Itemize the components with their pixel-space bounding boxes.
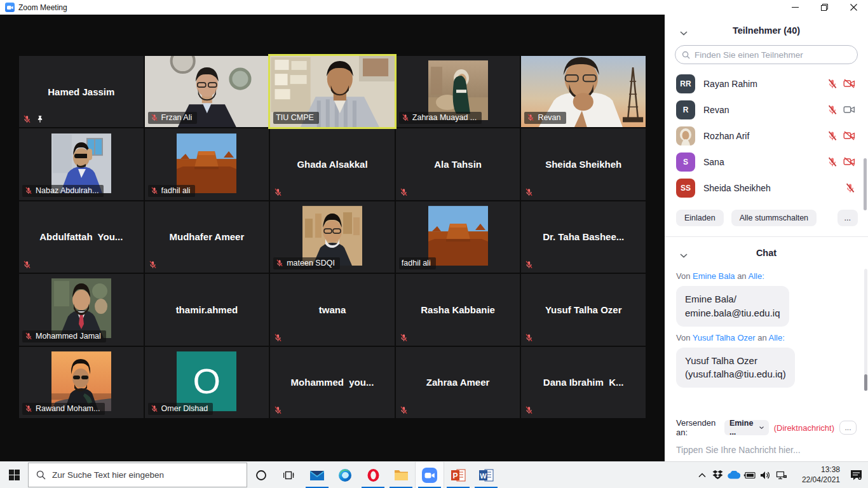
participant-name: Rayan Rahim: [703, 79, 819, 89]
powerpoint-app-icon[interactable]: P: [444, 462, 472, 488]
recipient-dropdown[interactable]: Emine ...: [724, 420, 769, 435]
video-tile[interactable]: Hamed Jassim: [19, 56, 144, 127]
chat-scrollbar-thumb[interactable]: [864, 374, 867, 391]
minimize-button[interactable]: [780, 0, 810, 15]
avatar: [51, 279, 111, 339]
video-tile[interactable]: thamir.ahmed: [145, 274, 269, 345]
zoom-app-icon: [5, 3, 15, 12]
video-tile[interactable]: Dr. Taha Bashee...: [521, 201, 646, 273]
participant-name: Ghada Alsakkal: [270, 128, 395, 200]
opera-app-icon[interactable]: [359, 462, 387, 488]
tile-status-icons: [23, 115, 44, 123]
network-icon[interactable]: [773, 462, 789, 488]
video-tile[interactable]: Abdulfattah You...: [19, 201, 144, 273]
tile-status-icons: [525, 406, 533, 414]
video-tile[interactable]: TIU CMPE: [270, 56, 395, 127]
camera-off-icon: [843, 131, 855, 140]
invite-button[interactable]: Einladen: [676, 210, 724, 226]
video-tile[interactable]: twana: [270, 274, 395, 345]
chat-message: Von Emine Bala an Alle:Emine Bala/emine.…: [676, 271, 857, 327]
name-label: Mohammed Jamal: [22, 330, 106, 342]
muted-mic-icon: [527, 114, 534, 121]
participant-row[interactable]: RRevan: [665, 97, 868, 123]
tile-status-icons: [274, 406, 282, 414]
muted-mic-icon: [525, 406, 533, 414]
video-tile[interactable]: OOmer Dlshad: [145, 347, 269, 418]
muted-mic-icon: [151, 405, 158, 412]
video-tile[interactable]: Zahraa Muayad ...: [396, 56, 520, 127]
battery-icon: [742, 462, 757, 488]
muted-mic-icon: [23, 115, 31, 123]
restore-button[interactable]: [810, 0, 839, 15]
window-titlebar: Zoom Meeting: [0, 0, 868, 15]
tray-chevron-up-icon[interactable]: [694, 462, 710, 488]
name-label: Rawand Moham...: [22, 403, 105, 415]
video-tile[interactable]: Revan: [521, 56, 646, 127]
video-tile[interactable]: fadhil ali: [145, 128, 269, 200]
clock-time: 13:38: [793, 465, 840, 475]
participant-name: Dana Ibrahim K...: [521, 347, 646, 418]
clock-date: 22/04/2021: [793, 475, 840, 485]
participant-status-icons: [827, 79, 855, 89]
chevron-down-icon[interactable]: [680, 249, 688, 261]
video-tile[interactable]: Rasha Kabbanie: [396, 274, 520, 345]
participant-row[interactable]: Rozhan Arif: [665, 123, 868, 149]
participant-status-icons: [827, 157, 855, 167]
video-tile[interactable]: Zahraa Ameer: [396, 347, 520, 418]
tile-status-icons: [274, 188, 282, 196]
onedrive-icon[interactable]: [726, 462, 742, 488]
start-button[interactable]: [0, 462, 28, 488]
chat-input[interactable]: Tippen Sie Ihre Nachricht hier...: [676, 445, 857, 455]
participant-row[interactable]: SSana: [665, 149, 868, 175]
participants-title: Teilnehmer (40): [733, 25, 800, 36]
mail-app-icon[interactable]: [303, 462, 331, 488]
video-tile[interactable]: Ala Tahsin: [396, 128, 520, 200]
name-label: fadhil ali: [399, 257, 436, 269]
camera-off-icon: [843, 157, 855, 166]
chat-more-button[interactable]: ...: [839, 421, 857, 435]
task-view-button[interactable]: [275, 462, 303, 488]
panel-divider: [665, 236, 868, 237]
participant-search-input[interactable]: Finden Sie einen Teilnehmer: [675, 45, 858, 64]
video-tile[interactable]: Sheida Sheikheh: [521, 128, 646, 200]
cortana-button[interactable]: [247, 462, 275, 488]
chat-message: Von Yusuf Talha Ozer an Alle:Yusuf Talha…: [676, 333, 857, 388]
taskbar: Zur Suche Text hier eingeben P W: [0, 461, 868, 488]
word-app-icon[interactable]: W: [472, 462, 500, 488]
video-tile[interactable]: Mohammed Jamal: [19, 274, 144, 345]
close-button[interactable]: [839, 0, 868, 15]
video-tile[interactable]: Mudhafer Ameer: [145, 201, 269, 273]
window-title: Zoom Meeting: [18, 3, 67, 12]
dropbox-icon[interactable]: [710, 462, 726, 488]
chat-scrollbar-track[interactable]: [864, 269, 867, 391]
participant-name: twana: [270, 274, 395, 345]
volume-icon[interactable]: [757, 462, 773, 488]
muted-mic-icon: [276, 259, 283, 267]
chevron-down-icon[interactable]: [680, 27, 688, 38]
taskbar-clock[interactable]: 13:38 22/04/2021: [789, 465, 845, 485]
taskbar-search-input[interactable]: Zur Suche Text hier eingeben: [28, 463, 247, 487]
video-tile[interactable]: mateen SDQI: [270, 201, 395, 273]
video-tile[interactable]: Frzan Ali: [145, 56, 269, 127]
participants-scrollbar[interactable]: [864, 158, 867, 210]
video-tile[interactable]: Yusuf Talha Ozer: [521, 274, 646, 345]
video-tile[interactable]: Nabaz Abdulrah...: [19, 128, 144, 200]
video-tile[interactable]: Mohammed you...: [270, 347, 395, 418]
file-explorer-icon[interactable]: [387, 462, 415, 488]
action-center-icon[interactable]: [845, 462, 867, 488]
participant-status-icons: [845, 183, 855, 193]
edge-app-icon[interactable]: [331, 462, 359, 488]
chat-title: Chat: [756, 248, 776, 258]
video-tile[interactable]: Ghada Alsakkal: [270, 128, 395, 200]
tile-status-icons: [525, 188, 533, 196]
video-tile[interactable]: Rawand Moham...: [19, 347, 144, 418]
participants-more-button[interactable]: ...: [837, 210, 858, 226]
chat-message-header: Von Emine Bala an Alle:: [676, 271, 857, 281]
mute-all-button[interactable]: Alle stummschalten: [731, 210, 817, 226]
participant-row[interactable]: SSSheida Sheikheh: [665, 175, 868, 201]
zoom-app-taskbar-icon[interactable]: [415, 462, 444, 488]
video-tile[interactable]: Dana Ibrahim K...: [521, 347, 646, 418]
search-icon: [36, 470, 46, 480]
participant-row[interactable]: RRRayan Rahim: [665, 71, 868, 97]
video-tile[interactable]: fadhil ali: [396, 201, 520, 273]
